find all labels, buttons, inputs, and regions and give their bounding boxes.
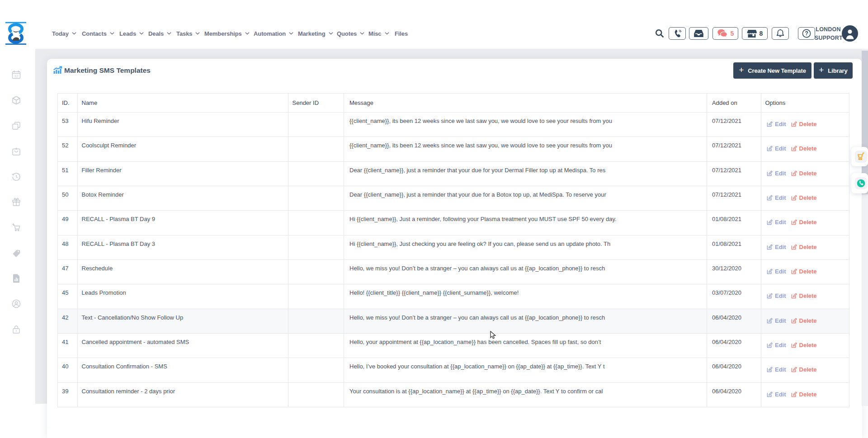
svg-text:12: 12 xyxy=(14,74,18,78)
svg-text:?: ? xyxy=(805,30,808,37)
